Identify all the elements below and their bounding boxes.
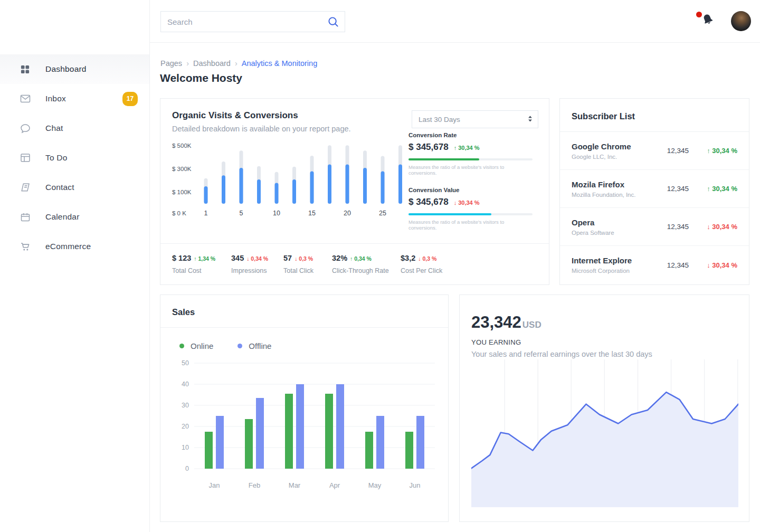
metric-value: $ 345,678 <box>408 142 449 153</box>
earning-label: YOU EARNING <box>471 338 737 346</box>
subscriber-row[interactable]: Google ChromeGoogle LLC, Inc.12,345↑ 30,… <box>560 132 749 170</box>
svg-text:10: 10 <box>182 444 189 451</box>
sidebar-item-contact[interactable]: Contact <box>0 173 149 202</box>
cart-icon <box>20 241 32 252</box>
sidebar-item-chat[interactable]: Chat <box>0 113 149 143</box>
metric-caption: Measures the ratio of a website's visito… <box>408 219 533 231</box>
breadcrumb-link[interactable]: Pages <box>160 59 182 68</box>
sidebar: DashboardInbox17ChatTo DoContactCalendar… <box>0 0 150 532</box>
inbox-badge: 17 <box>122 92 138 106</box>
sidebar-item-label: eCommerce <box>45 242 91 251</box>
subscriber-count: 12,345 <box>661 223 689 231</box>
grid-icon <box>20 64 32 74</box>
svg-text:5: 5 <box>240 210 243 217</box>
subscriber-row[interactable]: Mozila FirefoxMozilla Foundation, Inc.12… <box>560 170 749 208</box>
subscriber-company: Mozilla Foundation, Inc. <box>572 192 661 198</box>
metric-progress-track <box>408 213 533 215</box>
svg-text:Apr: Apr <box>329 481 340 489</box>
kpi-value: 57↓ 0,3 % <box>283 254 332 262</box>
svg-text:Feb: Feb <box>249 481 260 489</box>
sales-legend: OnlineOffline <box>171 341 439 350</box>
earning-amount-row: 23,342USD <box>471 313 737 332</box>
kpi-value: 32%↑ 0,34 % <box>332 254 401 262</box>
svg-text:20: 20 <box>182 423 189 430</box>
legend-label: Online <box>191 341 213 350</box>
chat-icon <box>20 123 32 134</box>
subscriber-company: Google LLC, Inc. <box>572 154 661 160</box>
metric-progress-fill <box>408 158 479 160</box>
kpi-value: $ 123↑ 1,34 % <box>172 254 231 262</box>
kpi-delta: ↓ 0,3 % <box>294 255 313 262</box>
svg-text:1: 1 <box>204 210 208 217</box>
legend-label: Offline <box>249 341 271 350</box>
metric-progress-fill <box>408 213 491 215</box>
metric-conversion-value: Conversion Value$ 345,678↓ 30,34 %Measur… <box>408 187 533 231</box>
subscriber-delta: ↑ 30,34 % <box>695 185 737 193</box>
kpi-label: Click-Through Rate <box>332 267 401 274</box>
breadcrumb-separator: › <box>186 59 189 68</box>
sidebar-item-inbox[interactable]: Inbox17 <box>0 84 149 113</box>
legend-dot <box>179 344 184 348</box>
metric-progress-track <box>408 158 533 160</box>
contact-icon <box>20 182 32 193</box>
organic-card-title: Organic Visits & Conversions <box>172 110 351 121</box>
sidebar-item-dashboard[interactable]: Dashboard <box>0 54 149 84</box>
subscriber-list-title: Subscriber List <box>560 99 749 132</box>
select-arrows-icon <box>528 115 533 124</box>
date-range-select[interactable]: Last 30 Days <box>412 110 538 128</box>
svg-text:$ 500K: $ 500K <box>172 142 192 149</box>
svg-text:$ 300K: $ 300K <box>172 166 192 172</box>
metric-value: $ 345,678 <box>408 197 449 207</box>
user-avatar[interactable] <box>731 11 751 31</box>
svg-text:Jun: Jun <box>410 481 421 489</box>
subscriber-row[interactable]: OperaOpera Software12,345↓ 30,34 % <box>560 208 749 246</box>
svg-text:20: 20 <box>344 210 351 217</box>
breadcrumb-current[interactable]: Analytics & Monitoring <box>242 59 317 68</box>
legend-offline[interactable]: Offline <box>238 341 271 350</box>
svg-text:15: 15 <box>308 210 316 217</box>
legend-online[interactable]: Online <box>179 341 213 350</box>
date-range-value: Last 30 Days <box>419 116 460 124</box>
search-input[interactable] <box>161 17 327 26</box>
conversion-metrics: Conversion Rate$ 345,678↑ 30,34 %Measure… <box>408 132 533 242</box>
organic-visits-card: Organic Visits & Conversions Detailed br… <box>160 98 549 285</box>
breadcrumb-link[interactable]: Dashboard <box>193 59 231 68</box>
earning-currency: USD <box>522 320 542 330</box>
subscriber-count: 12,345 <box>661 185 689 193</box>
legend-dot <box>238 344 242 348</box>
subscriber-name: Google Chrome <box>572 142 661 151</box>
sidebar-item-label: Dashboard <box>45 64 87 74</box>
svg-text:0: 0 <box>185 465 189 472</box>
sidebar-item-label: To Do <box>45 153 68 163</box>
sidebar-item-label: Chat <box>45 124 63 133</box>
subscriber-row[interactable]: Internet ExploreMicrosoft Corporation12,… <box>560 246 749 284</box>
sidebar-item-calendar[interactable]: Calendar <box>0 202 149 232</box>
sales-card: Sales OnlineOffline 01020304050JanFebMar… <box>160 294 449 522</box>
svg-text:$ 0 K: $ 0 K <box>172 210 186 216</box>
kpi-impressions: 345↓ 0,34 %Impressions <box>231 254 283 274</box>
search-icon[interactable] <box>327 16 339 28</box>
sales-card-title: Sales <box>160 295 448 328</box>
metric-delta: ↓ 30,34 % <box>454 200 480 206</box>
notification-dot <box>696 12 702 17</box>
subscriber-count: 12,345 <box>661 147 689 155</box>
sidebar-item-to-do[interactable]: To Do <box>0 143 149 173</box>
subscriber-company: Microsoft Corporation <box>572 268 661 274</box>
organic-card-subtitle: Detailed breakdown is available on your … <box>172 125 351 133</box>
kpi-delta: ↑ 1,34 % <box>194 255 215 262</box>
subscriber-delta: ↓ 30,34 % <box>695 261 737 269</box>
metric-conversion-rate: Conversion Rate$ 345,678↑ 30,34 %Measure… <box>408 132 533 176</box>
organic-bar-chart: $ 500K$ 300K$ 100K$ 0 K1510152025 <box>172 140 404 242</box>
metric-label: Conversion Rate <box>408 132 533 138</box>
sidebar-item-ecommerce[interactable]: eCommerce <box>0 232 149 261</box>
sidebar-nav: DashboardInbox17ChatTo DoContactCalendar… <box>0 43 149 261</box>
kpi-label: Total Click <box>283 267 332 274</box>
subscriber-list-card: Subscriber List Google ChromeGoogle LLC,… <box>559 98 749 285</box>
svg-text:40: 40 <box>182 381 189 388</box>
metric-caption: Measures the ratio of a website's visito… <box>408 164 533 176</box>
kpi-delta: ↑ 0,34 % <box>350 255 372 262</box>
subscriber-count: 12,345 <box>661 261 689 269</box>
earning-amount: 23,342 <box>471 313 521 331</box>
notification-bell-icon[interactable] <box>701 13 716 28</box>
kpi-value: $3,2↓ 0,3 % <box>401 254 442 262</box>
